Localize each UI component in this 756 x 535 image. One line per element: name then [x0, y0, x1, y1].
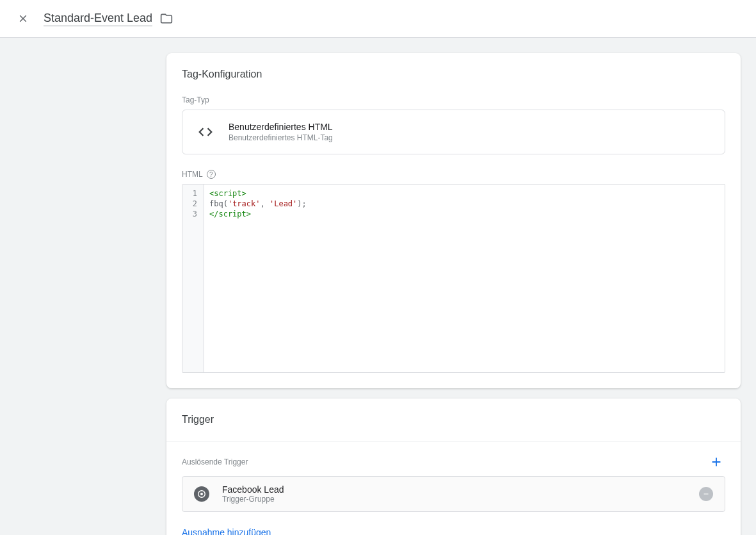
add-exception-link[interactable]: Ausnahme hinzufügen [182, 527, 271, 535]
firing-trigger-label: Auslösende Trigger [182, 457, 248, 466]
tag-type-selector[interactable]: Benutzerdefiniertes HTML Benutzerdefinie… [182, 110, 725, 154]
help-icon[interactable]: ? [207, 170, 216, 179]
tag-config-title: Tag-Konfiguration [182, 69, 725, 80]
title-wrap: Standard-Event Lead [44, 12, 173, 26]
content-area: Tag-Konfiguration Tag-Typ Benutzerdefini… [0, 38, 756, 535]
header-bar: Standard-Event Lead [0, 0, 756, 38]
tag-type-label: Tag-Typ [182, 95, 725, 104]
tag-config-card: Tag-Konfiguration Tag-Typ Benutzerdefini… [166, 53, 741, 388]
tag-type-title: Benutzerdefiniertes HTML [229, 122, 333, 132]
trigger-item-title: Facebook Lead [222, 484, 284, 495]
minus-icon [702, 490, 710, 498]
trigger-text: Facebook Lead Trigger-Gruppe [222, 484, 284, 504]
page-title[interactable]: Standard-Event Lead [44, 12, 152, 26]
add-trigger-button[interactable] [707, 453, 725, 471]
code-body[interactable]: <script>fbq('track', 'Lead');</script> [204, 185, 725, 372]
plus-icon [709, 455, 723, 469]
svg-point-1 [200, 493, 203, 495]
close-icon [17, 13, 29, 24]
html-label: HTML ? [182, 170, 725, 179]
trigger-group-icon [194, 486, 209, 502]
remove-trigger-button[interactable] [699, 487, 713, 501]
code-gutter: 123 [182, 185, 204, 372]
trigger-card: Trigger Auslösende Trigger Facebook Lead… [166, 399, 741, 535]
trigger-section-title: Trigger [182, 414, 725, 425]
trigger-item-subtitle: Trigger-Gruppe [222, 495, 284, 504]
code-icon [195, 122, 216, 142]
trigger-item[interactable]: Facebook Lead Trigger-Gruppe [182, 476, 725, 512]
close-button[interactable] [15, 11, 31, 26]
tag-type-subtitle: Benutzerdefiniertes HTML-Tag [229, 133, 333, 142]
tag-type-text: Benutzerdefiniertes HTML Benutzerdefinie… [229, 122, 333, 142]
trigger-head: Auslösende Trigger [182, 453, 725, 471]
html-code-editor[interactable]: 123 <script>fbq('track', 'Lead');</scrip… [182, 184, 725, 373]
folder-icon[interactable] [160, 12, 173, 25]
